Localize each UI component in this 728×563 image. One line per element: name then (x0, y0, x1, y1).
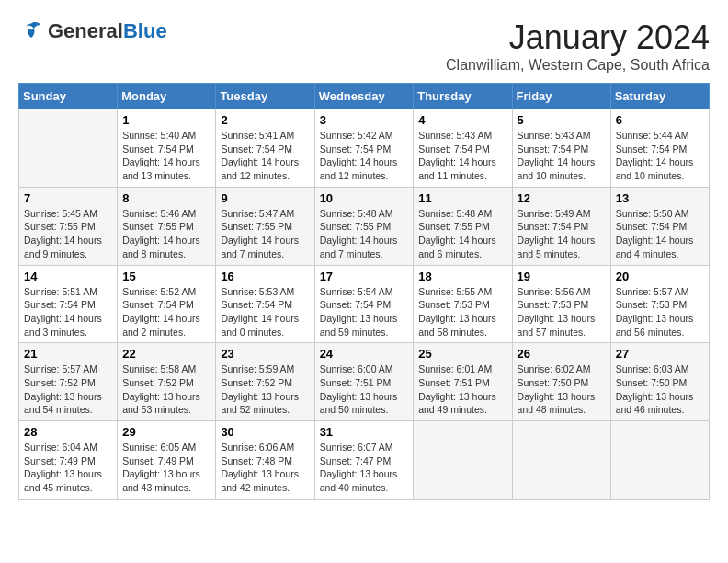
calendar-cell: 11Sunrise: 5:48 AMSunset: 7:55 PMDayligh… (414, 187, 512, 265)
day-info: Sunrise: 6:04 AMSunset: 7:49 PMDaylight:… (24, 441, 112, 495)
logo-general: GeneralBlue (48, 20, 167, 42)
day-number: 18 (418, 270, 506, 283)
day-info: Sunrise: 5:49 AMSunset: 7:54 PMDaylight:… (518, 207, 606, 261)
day-info: Sunrise: 5:48 AMSunset: 7:55 PMDaylight:… (418, 207, 506, 261)
calendar-cell: 29Sunrise: 6:05 AMSunset: 7:49 PMDayligh… (118, 421, 216, 500)
day-number: 15 (122, 270, 210, 283)
day-number: 28 (24, 425, 112, 439)
calendar-cell: 16Sunrise: 5:53 AMSunset: 7:54 PMDayligh… (216, 265, 314, 343)
page-subtitle: Clanwilliam, Western Cape, South Africa (446, 57, 710, 74)
logo-bird-icon (18, 18, 44, 44)
page-header: GeneralBlue January 2024 Clanwilliam, We… (18, 18, 710, 74)
calendar-cell (610, 421, 709, 500)
calendar-header: SundayMondayTuesdayWednesdayThursdayFrid… (19, 84, 710, 109)
day-number: 24 (320, 347, 409, 361)
weekday-header: Monday (118, 84, 216, 109)
weekday-header: Tuesday (216, 84, 314, 109)
day-info: Sunrise: 5:55 AMSunset: 7:53 PMDaylight:… (418, 285, 506, 339)
calendar-cell: 23Sunrise: 5:59 AMSunset: 7:52 PMDayligh… (216, 343, 314, 421)
day-info: Sunrise: 5:47 AMSunset: 7:55 PMDaylight:… (221, 207, 309, 261)
day-info: Sunrise: 6:06 AMSunset: 7:48 PMDaylight:… (221, 441, 309, 495)
day-info: Sunrise: 6:03 AMSunset: 7:50 PMDaylight:… (616, 362, 704, 417)
day-info: Sunrise: 6:02 AMSunset: 7:50 PMDaylight:… (518, 362, 606, 417)
calendar-cell: 19Sunrise: 5:56 AMSunset: 7:53 PMDayligh… (512, 265, 610, 343)
day-number: 30 (221, 425, 309, 439)
day-info: Sunrise: 5:56 AMSunset: 7:53 PMDaylight:… (518, 285, 606, 339)
day-info: Sunrise: 5:41 AMSunset: 7:54 PMDaylight:… (221, 129, 309, 183)
day-number: 4 (418, 113, 506, 127)
day-number: 3 (320, 113, 409, 127)
weekday-header: Sunday (19, 84, 118, 109)
calendar-cell: 24Sunrise: 6:00 AMSunset: 7:51 PMDayligh… (314, 343, 414, 421)
day-info: Sunrise: 5:43 AMSunset: 7:54 PMDaylight:… (418, 129, 506, 183)
calendar-cell: 18Sunrise: 5:55 AMSunset: 7:53 PMDayligh… (414, 265, 512, 343)
day-info: Sunrise: 5:54 AMSunset: 7:54 PMDaylight:… (320, 285, 409, 339)
day-info: Sunrise: 6:01 AMSunset: 7:51 PMDaylight:… (418, 362, 506, 417)
calendar-week-row: 14Sunrise: 5:51 AMSunset: 7:54 PMDayligh… (19, 265, 710, 343)
day-info: Sunrise: 5:43 AMSunset: 7:54 PMDaylight:… (518, 129, 606, 183)
calendar-cell: 26Sunrise: 6:02 AMSunset: 7:50 PMDayligh… (512, 343, 610, 421)
day-number: 31 (320, 425, 409, 439)
day-number: 12 (518, 191, 606, 205)
calendar-cell: 12Sunrise: 5:49 AMSunset: 7:54 PMDayligh… (512, 187, 610, 265)
day-info: Sunrise: 5:51 AMSunset: 7:54 PMDaylight:… (24, 285, 112, 339)
calendar-cell: 7Sunrise: 5:45 AMSunset: 7:55 PMDaylight… (19, 187, 118, 265)
day-number: 17 (320, 270, 409, 283)
day-number: 22 (122, 347, 210, 361)
calendar-cell: 8Sunrise: 5:46 AMSunset: 7:55 PMDaylight… (118, 187, 216, 265)
day-number: 23 (221, 347, 309, 361)
day-number: 1 (122, 113, 210, 127)
calendar-cell (19, 109, 118, 188)
weekday-header: Wednesday (314, 84, 414, 109)
calendar-cell: 31Sunrise: 6:07 AMSunset: 7:47 PMDayligh… (314, 421, 414, 500)
day-number: 13 (616, 191, 704, 205)
day-info: Sunrise: 5:57 AMSunset: 7:53 PMDaylight:… (616, 285, 704, 339)
day-info: Sunrise: 5:44 AMSunset: 7:54 PMDaylight:… (616, 129, 704, 183)
page-title: January 2024 (446, 18, 710, 57)
calendar-week-row: 21Sunrise: 5:57 AMSunset: 7:52 PMDayligh… (19, 343, 710, 421)
day-number: 14 (24, 270, 112, 283)
calendar-week-row: 1Sunrise: 5:40 AMSunset: 7:54 PMDaylight… (19, 109, 710, 188)
calendar-cell: 30Sunrise: 6:06 AMSunset: 7:48 PMDayligh… (216, 421, 314, 500)
day-number: 21 (24, 347, 112, 361)
calendar-cell: 17Sunrise: 5:54 AMSunset: 7:54 PMDayligh… (314, 265, 414, 343)
day-number: 27 (616, 347, 704, 361)
day-number: 2 (221, 113, 309, 127)
day-number: 9 (221, 191, 309, 205)
logo: GeneralBlue (18, 18, 167, 44)
day-number: 11 (418, 191, 506, 205)
calendar-cell: 3Sunrise: 5:42 AMSunset: 7:54 PMDaylight… (314, 109, 414, 188)
weekday-header: Friday (512, 84, 610, 109)
day-number: 6 (616, 113, 704, 127)
calendar-week-row: 7Sunrise: 5:45 AMSunset: 7:55 PMDaylight… (19, 187, 710, 265)
calendar-cell: 1Sunrise: 5:40 AMSunset: 7:54 PMDaylight… (118, 109, 216, 188)
day-info: Sunrise: 5:57 AMSunset: 7:52 PMDaylight:… (24, 362, 112, 417)
calendar-cell: 20Sunrise: 5:57 AMSunset: 7:53 PMDayligh… (610, 265, 709, 343)
calendar-cell: 13Sunrise: 5:50 AMSunset: 7:54 PMDayligh… (610, 187, 709, 265)
day-number: 26 (518, 347, 606, 361)
calendar-cell: 6Sunrise: 5:44 AMSunset: 7:54 PMDaylight… (610, 109, 709, 188)
day-number: 29 (122, 425, 210, 439)
day-info: Sunrise: 6:07 AMSunset: 7:47 PMDaylight:… (320, 441, 409, 495)
day-info: Sunrise: 5:50 AMSunset: 7:54 PMDaylight:… (616, 207, 704, 261)
calendar-cell: 10Sunrise: 5:48 AMSunset: 7:55 PMDayligh… (314, 187, 414, 265)
calendar-cell: 2Sunrise: 5:41 AMSunset: 7:54 PMDaylight… (216, 109, 314, 188)
day-info: Sunrise: 5:52 AMSunset: 7:54 PMDaylight:… (122, 285, 210, 339)
day-info: Sunrise: 5:42 AMSunset: 7:54 PMDaylight:… (320, 129, 409, 183)
calendar-cell (512, 421, 610, 500)
day-number: 25 (418, 347, 506, 361)
calendar-cell: 21Sunrise: 5:57 AMSunset: 7:52 PMDayligh… (19, 343, 118, 421)
day-number: 8 (122, 191, 210, 205)
day-info: Sunrise: 5:45 AMSunset: 7:55 PMDaylight:… (24, 207, 112, 261)
calendar-table: SundayMondayTuesdayWednesdayThursdayFrid… (18, 83, 710, 500)
weekday-header: Saturday (610, 84, 709, 109)
calendar-cell: 5Sunrise: 5:43 AMSunset: 7:54 PMDaylight… (512, 109, 610, 188)
day-info: Sunrise: 5:53 AMSunset: 7:54 PMDaylight:… (221, 285, 309, 339)
calendar-cell: 9Sunrise: 5:47 AMSunset: 7:55 PMDaylight… (216, 187, 314, 265)
day-number: 16 (221, 270, 309, 283)
weekday-header: Thursday (414, 84, 512, 109)
day-info: Sunrise: 5:46 AMSunset: 7:55 PMDaylight:… (122, 207, 210, 261)
day-info: Sunrise: 6:05 AMSunset: 7:49 PMDaylight:… (122, 441, 210, 495)
calendar-cell: 15Sunrise: 5:52 AMSunset: 7:54 PMDayligh… (118, 265, 216, 343)
day-number: 5 (518, 113, 606, 127)
